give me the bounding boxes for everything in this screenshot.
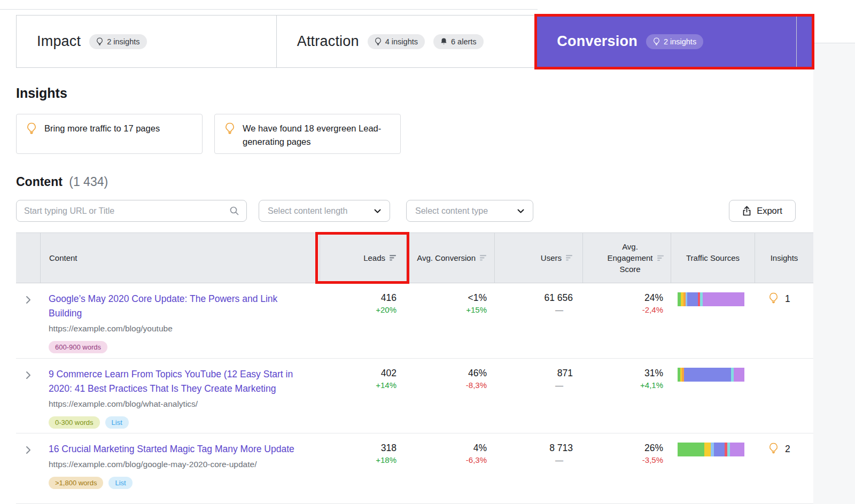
traffic-sources-bar [678, 368, 744, 382]
export-label: Export [757, 206, 782, 216]
users-cell: 8 713 — [494, 433, 582, 503]
expand-row-icon[interactable] [26, 446, 31, 454]
table-row: 9 Commerce Learn From Topics YouTube (12… [16, 358, 813, 433]
column-header-insights: Insights [755, 233, 813, 283]
content-length-select[interactable]: Select content length [259, 200, 390, 222]
tab-impact-label: Impact [37, 33, 81, 50]
sort-desc-icon [390, 255, 397, 261]
table-header: Content Leads Avg. Conversion Users Avg.… [16, 232, 813, 283]
tab-conversion[interactable]: Conversion 2 insights [537, 15, 796, 67]
avg-conversion-cell: 46% -8,3% [406, 359, 494, 433]
traffic-sources-bar [678, 292, 744, 306]
attraction-alerts-badge: 6 alerts [433, 34, 484, 49]
attraction-insights-badge: 4 insights [368, 34, 425, 49]
users-cell: 871 — [494, 359, 582, 433]
badge-label: 2 insights [664, 37, 696, 46]
insights-cell[interactable]: 2 [755, 433, 813, 503]
expand-row-icon[interactable] [26, 371, 31, 379]
engagement-cell: 26% -3,5% [582, 433, 671, 503]
content-length-select-value: Select content length [268, 206, 347, 216]
insight-card-text: Bring more traffic to 17 pages [44, 122, 160, 146]
export-icon [742, 206, 751, 216]
badge-label: 2 insights [107, 37, 139, 46]
impact-insights-badge: 2 insights [89, 34, 146, 49]
lightbulb-icon [375, 37, 382, 45]
search-field [16, 200, 247, 222]
chevron-down-icon [374, 209, 381, 213]
content-count: (1 434) [69, 175, 108, 189]
word-count-badge: 600-900 words [49, 341, 107, 353]
insights-count: 1 [785, 293, 790, 305]
engagement-cell: 31% +4,1% [582, 359, 671, 433]
lightbulb-icon [26, 122, 37, 135]
lightbulb-icon [653, 37, 660, 45]
traffic-sources-bar [678, 443, 744, 456]
sort-icon [566, 255, 573, 261]
insight-cards: Bring more traffic to 17 pages We have f… [16, 114, 401, 154]
content-title-link[interactable]: Google’s May 2020 Core Update: The Power… [49, 292, 304, 321]
conversion-analytics-page: Impact 2 insights Attraction 4 insights … [0, 0, 855, 504]
lightbulb-icon [768, 443, 779, 455]
tab-conversion-label: Conversion [557, 33, 638, 50]
badge-label: 6 alerts [451, 37, 477, 46]
insight-card-text: We have found 18 evergreen Lead-generati… [243, 122, 382, 146]
leads-cell: 402 +14% [320, 359, 406, 433]
insight-card-evergreen[interactable]: We have found 18 evergreen Lead-generati… [214, 114, 401, 154]
avg-conversion-cell: <1% +15% [406, 283, 494, 358]
content-url: https://example.com/blog/what-analytics/ [49, 399, 320, 409]
tab-attraction[interactable]: Attraction 4 insights 6 alerts [277, 15, 537, 67]
content-url: https://example.com/blog/youtube [49, 324, 320, 334]
leads-cell: 416 +20% [320, 283, 406, 358]
tab-bar: Impact 2 insights Attraction 4 insights … [16, 15, 797, 68]
badge-label: 4 insights [385, 37, 418, 46]
column-header-traffic-sources: Traffic Sources [671, 233, 755, 283]
search-input[interactable] [17, 206, 230, 216]
column-header-leads[interactable]: Leads [320, 233, 406, 283]
content-title-link[interactable]: 9 Commerce Learn From Topics YouTube (12… [49, 367, 304, 396]
word-count-badge: 0-300 words [49, 416, 100, 429]
content-type-badge: List [105, 416, 129, 429]
avg-conversion-cell: 4% -6,3% [406, 433, 494, 503]
insights-count: 2 [785, 444, 790, 455]
word-count-badge: >1,800 words [49, 477, 103, 489]
content-type-select[interactable]: Select content type [406, 200, 533, 222]
lightbulb-icon [768, 292, 779, 305]
insights-cell[interactable]: 1 [755, 283, 813, 358]
insight-card-traffic[interactable]: Bring more traffic to 17 pages [16, 114, 203, 154]
tab-impact[interactable]: Impact 2 insights [17, 15, 277, 67]
insights-heading: Insights [16, 86, 67, 101]
lightbulb-icon [224, 122, 235, 135]
column-header-content: Content [40, 233, 320, 283]
column-header-expand [16, 233, 40, 283]
sort-icon [480, 255, 487, 261]
users-cell: 61 656 — [494, 283, 582, 358]
content-type-select-value: Select content type [415, 206, 488, 216]
bell-icon [440, 37, 447, 45]
right-gutter [813, 43, 855, 504]
content-heading: Content (1 434) [16, 175, 108, 189]
table-row: 16 Crucial Marketing Started Magic Tag M… [16, 433, 813, 504]
tab-attraction-label: Attraction [297, 33, 359, 50]
top-divider [0, 9, 538, 10]
column-header-avg-engagement[interactable]: Avg. Engagement Score [582, 233, 671, 283]
engagement-cell: 24% -2,4% [582, 283, 671, 358]
leads-cell: 318 +18% [320, 433, 406, 503]
content-type-badge: List [108, 477, 132, 489]
insights-cell [755, 359, 813, 433]
chevron-down-icon [517, 209, 524, 213]
column-header-users[interactable]: Users [494, 233, 582, 283]
sort-icon [657, 255, 664, 261]
export-button[interactable]: Export [729, 200, 796, 222]
search-icon [230, 206, 239, 215]
table-row: Google’s May 2020 Core Update: The Power… [16, 283, 813, 358]
content-heading-label: Content [16, 175, 63, 189]
column-header-avg-conversion[interactable]: Avg. Conversion [406, 233, 494, 283]
content-url: https://example.com/blog/google-may-2020… [49, 460, 320, 469]
lightbulb-icon [96, 37, 103, 45]
conversion-insights-badge: 2 insights [646, 34, 703, 49]
content-title-link[interactable]: 16 Crucial Marketing Started Magic Tag M… [49, 442, 304, 456]
expand-row-icon[interactable] [26, 296, 31, 304]
